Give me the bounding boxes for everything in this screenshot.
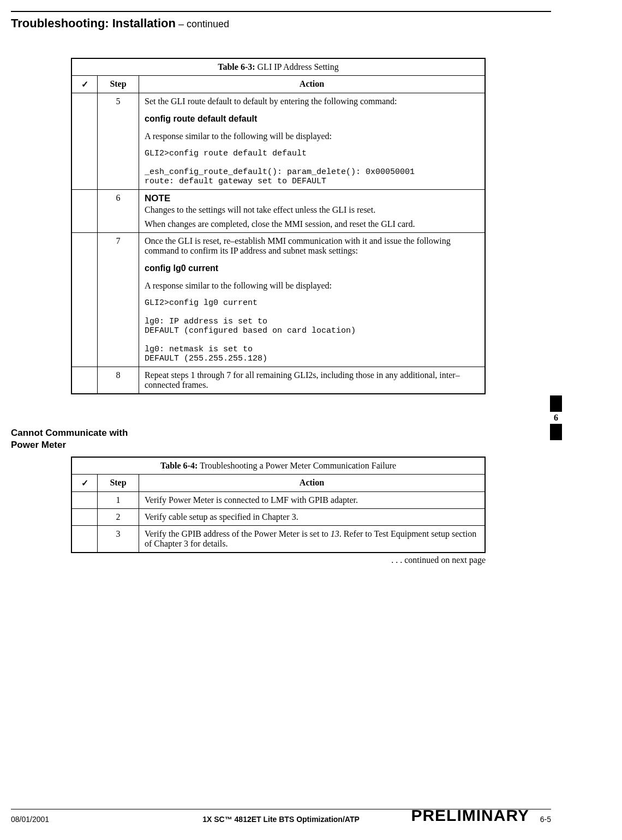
terminal-output: GLI2>config route default default _esh_c… — [145, 149, 479, 186]
step-cell: 6 — [98, 190, 139, 233]
action-cell: Once the GLI is reset, re–establish MMI … — [139, 233, 486, 367]
col-check-header: ✓ — [71, 76, 98, 93]
col-step-header: Step — [98, 76, 139, 93]
page: Troubleshooting: Installation – continue… — [0, 0, 622, 835]
section-heading-power-meter: Cannot Communicate with Power Meter — [11, 427, 551, 451]
table-row: 7 Once the GLI is reset, re–establish MM… — [71, 233, 485, 367]
action-text: Repeat steps 1 through 7 for all remaini… — [145, 370, 479, 390]
action-text: Once the GLI is reset, re–establish MMI … — [145, 236, 479, 256]
check-cell — [71, 526, 98, 553]
action-cell: Verify the GPIB address of the Power Met… — [139, 526, 486, 553]
table-6-4-title-prefix: Table 6-4: — [160, 461, 200, 470]
action-cell: Set the GLI route default to default by … — [139, 93, 486, 190]
note-label: NOTE — [145, 193, 479, 204]
check-cell — [71, 190, 98, 233]
step-cell: 7 — [98, 233, 139, 367]
table-row: 3 Verify the GPIB address of the Power M… — [71, 526, 485, 553]
table-6-3-title-prefix: Table 6-3: — [218, 62, 257, 71]
table-6-3-title: Table 6-3: GLI IP Address Setting — [71, 58, 485, 76]
section-heading-line1: Cannot Communicate with — [11, 428, 128, 438]
action-text-pre: Verify the GPIB address of the Power Met… — [145, 529, 331, 538]
table-6-4: Table 6-4: Troubleshooting a Power Meter… — [71, 457, 486, 553]
action-cell: NOTE Changes to the settings will not ta… — [139, 190, 486, 233]
check-cell — [71, 492, 98, 509]
check-cell — [71, 233, 98, 367]
terminal-output: GLI2>config lg0 current lg0: IP address … — [145, 298, 479, 363]
action-text: A response similar to the following will… — [145, 281, 479, 291]
action-cell: Verify Power Meter is connected to LMF w… — [139, 492, 486, 509]
command-text: config lg0 current — [145, 263, 479, 273]
tab-block-bottom — [550, 424, 562, 440]
step-cell: 8 — [98, 367, 139, 394]
section-heading-line2: Power Meter — [11, 440, 66, 450]
action-text: Set the GLI route default to default by … — [145, 97, 479, 106]
step-cell: 3 — [98, 526, 139, 553]
title-continued: – continued — [176, 19, 229, 29]
table-6-3-title-rest: GLI IP Address Setting — [258, 62, 339, 71]
action-text: Changes to the settings will not take ef… — [145, 205, 479, 215]
col-action-header: Action — [139, 475, 486, 492]
footer-preliminary-watermark: PRELIMINARY — [411, 806, 529, 825]
table-6-4-title-rest: Troubleshooting a Power Meter Communicat… — [200, 461, 396, 470]
step-cell: 5 — [98, 93, 139, 190]
check-cell — [71, 509, 98, 526]
col-step-header: Step — [98, 475, 139, 492]
action-text: When changes are completed, close the MM… — [145, 219, 479, 229]
page-title: Troubleshooting: Installation – continue… — [11, 16, 551, 31]
title-main: Troubleshooting: Installation — [11, 16, 176, 30]
table-row: 1 Verify Power Meter is connected to LMF… — [71, 492, 485, 509]
check-cell — [71, 93, 98, 190]
step-cell: 2 — [98, 509, 139, 526]
table-row: 5 Set the GLI route default to default b… — [71, 93, 485, 190]
command-text: config route default default — [145, 114, 479, 124]
table-row: 6 NOTE Changes to the settings will not … — [71, 190, 485, 233]
action-text: A response similar to the following will… — [145, 131, 479, 141]
tab-number: 6 — [550, 412, 562, 424]
top-rule — [11, 11, 551, 12]
col-check-header: ✓ — [71, 475, 98, 492]
table-row: 8 Repeat steps 1 through 7 for all remai… — [71, 367, 485, 394]
continued-on-next-page: . . . continued on next page — [11, 555, 486, 565]
footer-page-number: 6-5 — [540, 815, 551, 824]
table-6-3: Table 6-3: GLI IP Address Setting ✓ Step… — [71, 58, 486, 394]
page-footer: 08/01/2001 1X SC™ 4812ET Lite BTS Optimi… — [11, 809, 551, 835]
action-cell: Verify cable setup as specified in Chapt… — [139, 509, 486, 526]
chapter-tab: 6 — [550, 395, 562, 440]
table-6-4-title: Table 6-4: Troubleshooting a Power Meter… — [71, 457, 485, 475]
table-row: 2 Verify cable setup as specified in Cha… — [71, 509, 485, 526]
action-text-em: 13 — [331, 529, 339, 538]
check-cell — [71, 367, 98, 394]
tab-block-top — [550, 395, 562, 412]
step-cell: 1 — [98, 492, 139, 509]
action-cell: Repeat steps 1 through 7 for all remaini… — [139, 367, 486, 394]
col-action-header: Action — [139, 76, 486, 93]
